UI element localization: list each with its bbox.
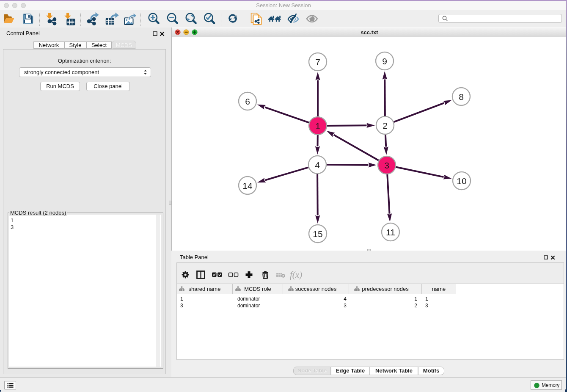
svg-text:f(x): f(x) [290, 270, 302, 280]
svg-text:2: 2 [383, 121, 388, 130]
svg-text:14: 14 [242, 181, 253, 190]
svg-text:3: 3 [384, 160, 389, 170]
svg-text:10: 10 [457, 176, 466, 186]
svg-text:15: 15 [313, 229, 322, 239]
svg-text:9: 9 [382, 56, 387, 66]
svg-text:7: 7 [315, 57, 320, 67]
svg-text:1: 1 [315, 121, 320, 131]
svg-text:6: 6 [245, 97, 250, 106]
svg-text:8: 8 [459, 92, 464, 102]
svg-text:4: 4 [315, 160, 320, 170]
svg-text:11: 11 [386, 227, 395, 237]
